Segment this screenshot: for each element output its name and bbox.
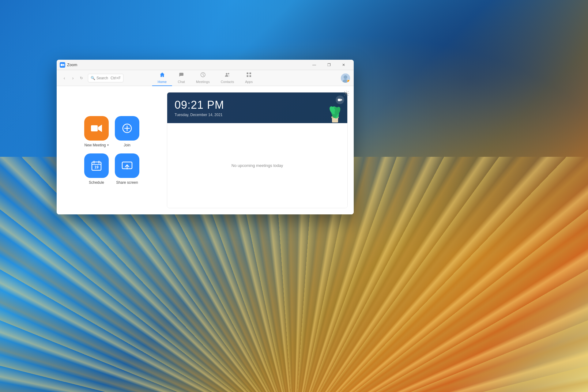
search-icon: 🔍 (91, 76, 95, 80)
minimize-button[interactable]: — (307, 60, 321, 70)
toolbar: ‹ › ↻ 🔍 Search Ctrl+F Home (57, 70, 354, 86)
new-meeting-button[interactable] (84, 116, 109, 141)
no-meetings-message: No upcoming meetings today (167, 123, 347, 208)
avatar-notification-badge (347, 80, 350, 83)
new-meeting-dropdown-icon: ▾ (107, 143, 109, 147)
title-bar: Zoom — ❐ ✕ (57, 60, 354, 70)
tab-home-label: Home (158, 80, 167, 84)
svg-marker-13 (98, 125, 102, 132)
tab-contacts[interactable]: Contacts (215, 70, 239, 86)
tab-meetings-label: Meetings (196, 80, 210, 84)
chat-icon (179, 72, 184, 79)
forward-button[interactable]: › (69, 74, 77, 82)
share-screen-item[interactable]: Share screen (115, 153, 139, 185)
contacts-icon (224, 72, 230, 79)
zoom-window: Zoom — ❐ ✕ ‹ › ↻ 🔍 Search Ctrl+F (57, 60, 354, 214)
settings-area (343, 90, 349, 98)
svg-rect-0 (61, 64, 63, 66)
share-screen-button[interactable] (115, 153, 139, 178)
nav-tabs: Home Chat Meetings (152, 70, 258, 86)
meetings-icon (200, 72, 205, 79)
home-icon (159, 72, 165, 79)
svg-text:19: 19 (94, 165, 99, 169)
clock-header: 09:21 PM Tuesday, December 14, 2021 (167, 92, 347, 123)
user-avatar[interactable] (341, 74, 350, 83)
action-row-1: New Meeting ▾ Join (84, 116, 139, 147)
tab-apps[interactable]: Apps (239, 70, 258, 86)
search-box[interactable]: 🔍 Search Ctrl+F (88, 74, 123, 82)
calendar-panel: 09:21 PM Tuesday, December 14, 2021 (167, 92, 348, 208)
plant-decoration (326, 99, 344, 123)
svg-point-32 (346, 93, 347, 94)
clock-date: Tuesday, December 14, 2021 (175, 113, 340, 117)
window-title: Zoom (67, 62, 77, 67)
svg-point-10 (344, 75, 347, 79)
settings-icon[interactable] (343, 90, 349, 98)
main-content: New Meeting ▾ Join (57, 86, 354, 214)
toolbar-right (341, 74, 350, 83)
window-controls: — ❐ ✕ (307, 60, 351, 70)
refresh-button[interactable]: ↻ (77, 74, 85, 82)
new-meeting-label: New Meeting (84, 143, 106, 147)
join-item[interactable]: Join (115, 116, 139, 147)
maximize-button[interactable]: ❐ (322, 60, 336, 70)
tab-contacts-label: Contacts (221, 80, 234, 84)
search-shortcut: Ctrl+F (111, 76, 121, 80)
svg-point-3 (226, 73, 227, 74)
share-screen-label: Share screen (116, 180, 138, 185)
zoom-app-icon (60, 62, 65, 68)
new-meeting-item[interactable]: New Meeting ▾ (84, 116, 109, 147)
schedule-label: Schedule (89, 180, 104, 185)
svg-rect-8 (249, 75, 251, 77)
svg-marker-1 (63, 63, 64, 66)
schedule-item[interactable]: 19 Schedule (84, 153, 109, 185)
close-button[interactable]: ✕ (337, 60, 351, 70)
svg-rect-5 (247, 72, 248, 74)
back-button[interactable]: ‹ (60, 74, 68, 82)
svg-rect-26 (332, 118, 338, 123)
join-button[interactable] (115, 116, 139, 141)
join-label: Join (124, 143, 130, 147)
svg-rect-6 (249, 72, 251, 74)
navigation-buttons: ‹ › ↻ (60, 74, 85, 82)
new-meeting-label-wrapper: New Meeting ▾ (84, 143, 108, 147)
tab-home[interactable]: Home (152, 70, 172, 86)
tab-apps-label: Apps (245, 80, 253, 84)
svg-rect-12 (91, 125, 98, 131)
actions-area: New Meeting ▾ Join (57, 86, 167, 214)
tab-meetings[interactable]: Meetings (190, 70, 215, 86)
clock-time: 09:21 PM (175, 99, 340, 111)
tab-chat-label: Chat (178, 80, 185, 84)
apps-icon (246, 72, 252, 79)
schedule-button[interactable]: 19 (84, 153, 109, 178)
title-bar-left: Zoom (60, 62, 77, 68)
action-row-2: 19 Schedule Share screen (84, 153, 139, 185)
search-label: Search (96, 76, 108, 80)
svg-rect-7 (247, 75, 248, 77)
svg-point-4 (228, 73, 229, 74)
tab-chat[interactable]: Chat (172, 70, 190, 86)
